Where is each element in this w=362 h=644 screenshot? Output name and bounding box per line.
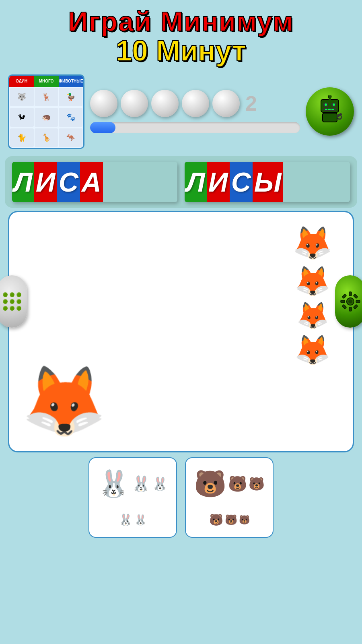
book-cell: 🐺 (10, 88, 34, 106)
svg-rect-19 (342, 294, 346, 298)
bear-small-4: 🐻 (225, 514, 237, 526)
book-cell: 🐾 (59, 108, 82, 126)
rabbit-small-3: 🐰 (119, 513, 133, 526)
rabbit-small-2: 🐰 (152, 476, 168, 491)
title-line1: Играй Минимум (4, 7, 358, 36)
svg-point-4 (333, 103, 335, 106)
right-nav-button[interactable] (335, 275, 362, 328)
rabbit-small-4: 🐰 (134, 514, 147, 526)
header: Играй Минимум 10 Минут (0, 0, 362, 70)
score-number: 2 (245, 91, 257, 116)
book-cell: 🦔 (35, 108, 58, 126)
svg-rect-21 (342, 304, 346, 309)
book-row3: 🐈 🦒 🦘 (9, 128, 83, 148)
progress-area: 2 (90, 90, 300, 133)
rabbit-small-1: 🐰 (132, 475, 150, 493)
words-panel: Л И С А Л И С Ы (5, 156, 357, 208)
label-one: один (9, 76, 34, 87)
svg-rect-8 (331, 109, 334, 110)
book-row1: 🐺 🦌 🦆 (9, 87, 83, 107)
bear-small-3: 🐻 (209, 513, 223, 526)
circle-3[interactable] (151, 90, 179, 117)
fox-small-4: 🦊 (294, 333, 331, 367)
progress-bar (90, 122, 300, 133)
bottom-card-rabbit[interactable]: 🐰 🐰 🐰 🐰 🐰 (88, 457, 177, 538)
bottom-card-bear[interactable]: 🐻 🐻 🐻 🐻 🐻 🐻 (185, 457, 274, 538)
circle-1[interactable] (90, 90, 117, 117)
gear-icon (340, 291, 361, 312)
svg-rect-17 (341, 300, 345, 303)
segment-s2: С (230, 162, 253, 202)
book-labels: один много животные (9, 76, 83, 87)
book-cell: 🦘 (59, 128, 82, 147)
circle-4[interactable] (182, 90, 209, 117)
book-cell: 🐿 (10, 108, 34, 126)
svg-point-10 (328, 95, 331, 98)
svg-rect-15 (349, 292, 352, 296)
book-cell: 🦆 (59, 88, 82, 106)
svg-rect-18 (356, 300, 360, 303)
progress-fill (90, 122, 115, 133)
book-cell: 🐈 (10, 128, 34, 147)
right-nav-wrap (335, 275, 362, 328)
word-lisy-button[interactable]: Л И С Ы (185, 162, 350, 202)
fox-small-1: 🦊 (292, 224, 333, 262)
main-image-card[interactable]: 🦊 🦊 🦊 🦊 🦊 (8, 211, 354, 452)
svg-rect-6 (325, 109, 327, 110)
main-area: 🦊 🦊 🦊 🦊 🦊 (0, 211, 362, 452)
segment-l: Л (12, 162, 34, 202)
svg-point-13 (337, 115, 341, 119)
bear-small-5: 🐻 (239, 515, 250, 525)
left-nav-button[interactable] (0, 275, 27, 328)
segment-y: Ы (253, 162, 283, 202)
bottom-cards-area: 🐰 🐰 🐰 🐰 🐰 🐻 🐻 🐻 🐻 🐻 🐻 (8, 457, 354, 538)
robot-button[interactable] (306, 87, 354, 136)
svg-rect-16 (349, 307, 352, 311)
circle-5[interactable] (212, 90, 240, 117)
segment-s: С (57, 162, 80, 202)
book-cell: 🦒 (35, 128, 58, 147)
left-nav-wrap (0, 275, 27, 328)
segment-a: А (80, 162, 103, 202)
bear-small-1: 🐻 (228, 475, 247, 493)
svg-rect-7 (328, 109, 331, 110)
fox-small-2: 🦊 (294, 264, 331, 298)
svg-point-24 (348, 299, 352, 303)
circles-row: 2 (90, 90, 300, 117)
top-controls: один много животные 🐺 🦌 🦆 🐿 🦔 🐾 🐈 🦒 🦘 (0, 70, 362, 149)
fox-large: 🦊 (21, 367, 107, 435)
word-lisa-button[interactable]: Л И С А (12, 162, 177, 202)
svg-rect-20 (353, 294, 358, 298)
svg-rect-22 (353, 304, 358, 309)
book-cell: 🦌 (35, 88, 58, 106)
svg-rect-11 (323, 113, 337, 122)
robot-icon (314, 95, 346, 128)
segment-i2: И (207, 162, 230, 202)
circle-2[interactable] (121, 90, 148, 117)
segment-l2: Л (185, 162, 207, 202)
label-many: много (34, 76, 58, 87)
bear-large: 🐻 (194, 469, 226, 499)
fox-small-3: 🦊 (296, 300, 329, 331)
svg-point-3 (325, 103, 327, 106)
label-animals: животные (59, 76, 83, 87)
segment-i: И (34, 162, 57, 202)
dots-grid-icon (1, 290, 23, 313)
bear-small-2: 🐻 (249, 476, 265, 491)
title-line2: 10 Минут (4, 36, 358, 66)
rabbit-large: 🐰 (97, 469, 130, 499)
book-thumbnail[interactable]: один много животные 🐺 🦌 🦆 🐿 🦔 🐾 🐈 🦒 🦘 (8, 74, 84, 149)
fox-group-right: 🦊 🦊 🦊 🦊 (292, 224, 333, 367)
book-row2: 🐿 🦔 🐾 (9, 107, 83, 127)
